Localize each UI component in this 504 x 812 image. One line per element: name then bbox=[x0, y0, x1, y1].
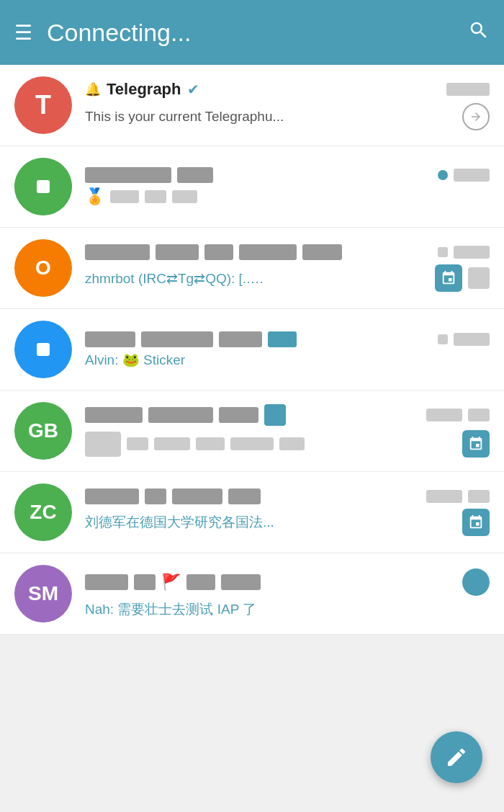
chat-content bbox=[85, 404, 490, 458]
preview-text: zhmrbot (IRC⇄Tg⇄QQ): [..… bbox=[85, 270, 428, 287]
avatar: ZC bbox=[14, 483, 72, 541]
topbar-title: Connecting... bbox=[47, 19, 468, 47]
verified-icon: ✔ bbox=[187, 81, 199, 98]
preview-text: Alvin: 🐸 Sticker bbox=[85, 352, 490, 368]
unread-dot bbox=[438, 170, 448, 180]
chat-name-row bbox=[85, 244, 438, 260]
avatar-icon bbox=[37, 343, 50, 356]
chat-content: 🏅 bbox=[85, 167, 490, 206]
chat-name-row bbox=[85, 167, 438, 183]
mute-icon: 🔔 bbox=[85, 81, 101, 97]
chat-name-blur bbox=[85, 574, 128, 590]
preview-text: Nah: 需要壮士去测试 IAP 了 bbox=[85, 600, 490, 619]
action-icon bbox=[462, 430, 490, 458]
time-blur1 bbox=[438, 334, 448, 344]
time-blur bbox=[454, 169, 490, 182]
chat-preview bbox=[85, 430, 490, 458]
unread-count bbox=[462, 568, 490, 596]
chat-item[interactable]: T 🔔 Telegraph ✔ This is your current Tel… bbox=[0, 65, 504, 146]
flag-icon: 🚩 bbox=[161, 573, 181, 592]
time-blur2 bbox=[468, 409, 490, 421]
preview-blur2 bbox=[145, 190, 166, 203]
chat-name-row bbox=[85, 488, 426, 504]
avatar bbox=[14, 321, 72, 378]
chat-name-blur bbox=[85, 167, 171, 183]
chat-name-blur bbox=[85, 244, 150, 260]
search-icon[interactable] bbox=[468, 19, 490, 46]
prev-blur1 bbox=[127, 437, 148, 450]
chat-name-blur bbox=[85, 407, 143, 423]
chat-item[interactable]: 🏅 bbox=[0, 146, 504, 228]
chat-header bbox=[85, 331, 490, 347]
chat-name-blur2 bbox=[141, 331, 213, 347]
chat-preview: This is your current Telegraphu... bbox=[85, 103, 490, 130]
chat-name-row: 🔔 Telegraph ✔ bbox=[85, 80, 446, 99]
chat-preview: 🏅 bbox=[85, 187, 490, 206]
action-icon bbox=[462, 509, 490, 536]
chat-header: 🔔 Telegraph ✔ bbox=[85, 80, 490, 99]
avatar: T bbox=[14, 76, 72, 134]
chat-preview: zhmrbot (IRC⇄Tg⇄QQ): [..… bbox=[85, 264, 490, 292]
chat-header bbox=[85, 244, 490, 260]
avatar-letter: SM bbox=[28, 582, 58, 605]
icon-blur bbox=[264, 404, 286, 426]
preview-actions bbox=[462, 103, 490, 130]
avatar-letter: T bbox=[35, 90, 51, 120]
chat-name-blur3 bbox=[186, 574, 215, 590]
avatar: O bbox=[14, 239, 72, 297]
preview-blur3 bbox=[172, 190, 197, 203]
chat-item[interactable]: O zhmrbot (IRC⇄Tg⇄QQ): [..… bbox=[0, 228, 504, 309]
chat-item[interactable]: GB bbox=[0, 391, 504, 472]
prev-blur3 bbox=[196, 437, 225, 450]
chat-list: T 🔔 Telegraph ✔ This is your current Tel… bbox=[0, 65, 504, 635]
preview-blur1 bbox=[110, 190, 139, 203]
chat-item[interactable]: SM 🚩 Nah: 需要壮士去测试 IAP 了 bbox=[0, 553, 504, 635]
chat-name-row: 🚩 bbox=[85, 573, 462, 592]
chat-content: Alvin: 🐸 Sticker bbox=[85, 331, 490, 368]
chat-name-blur4 bbox=[268, 331, 297, 347]
chat-name-blur4 bbox=[228, 488, 261, 504]
time-blur bbox=[454, 333, 490, 346]
preview-text: This is your current Telegraphu... bbox=[85, 109, 455, 125]
chat-header bbox=[85, 167, 490, 183]
badge-icon bbox=[435, 264, 462, 292]
chat-name-blur3 bbox=[204, 244, 233, 260]
chat-name-blur2 bbox=[134, 574, 156, 590]
chat-content: 🚩 Nah: 需要壮士去测试 IAP 了 bbox=[85, 568, 490, 619]
chat-content: zhmrbot (IRC⇄Tg⇄QQ): [..… bbox=[85, 244, 490, 292]
chat-preview: Nah: 需要壮士去测试 IAP 了 bbox=[85, 600, 490, 619]
chat-name-blur2 bbox=[156, 244, 199, 260]
send-icon bbox=[462, 103, 490, 130]
avatar-letter: ZC bbox=[30, 501, 56, 524]
chat-name-row bbox=[85, 404, 426, 426]
avatar bbox=[14, 158, 72, 215]
chat-item[interactable]: ZC 刘德军在德国大学研究各国法... bbox=[0, 472, 504, 553]
chat-header: 🚩 bbox=[85, 568, 490, 596]
time-blur bbox=[426, 490, 462, 503]
chat-header bbox=[85, 404, 490, 426]
chat-name-blur bbox=[85, 331, 135, 347]
chat-name-blur bbox=[85, 488, 139, 504]
chat-name-row bbox=[85, 331, 438, 347]
chat-name-blur5 bbox=[302, 244, 342, 260]
time-blur bbox=[454, 246, 490, 259]
chat-name-blur3 bbox=[219, 407, 258, 423]
count-blur bbox=[468, 267, 490, 289]
prev-blur4 bbox=[230, 437, 274, 450]
thumb-blur bbox=[85, 432, 121, 457]
prev-blur2 bbox=[154, 437, 190, 450]
avatar-letter: GB bbox=[28, 419, 58, 442]
avatar: GB bbox=[14, 402, 72, 460]
chat-item[interactable]: Alvin: 🐸 Sticker bbox=[0, 309, 504, 391]
time-blur1 bbox=[438, 247, 448, 257]
chat-name-blur4 bbox=[239, 244, 297, 260]
chat-name-blur2 bbox=[145, 488, 166, 504]
chat-preview: 刘德军在德国大学研究各国法... bbox=[85, 509, 490, 536]
compose-fab[interactable] bbox=[431, 731, 482, 783]
prev-blur5 bbox=[279, 437, 305, 450]
menu-icon[interactable]: ☰ bbox=[14, 21, 32, 45]
time-blur bbox=[426, 409, 462, 421]
chat-header bbox=[85, 488, 490, 504]
preview-text: 刘德军在德国大学研究各国法... bbox=[85, 513, 455, 532]
topbar: ☰ Connecting... bbox=[0, 0, 504, 65]
